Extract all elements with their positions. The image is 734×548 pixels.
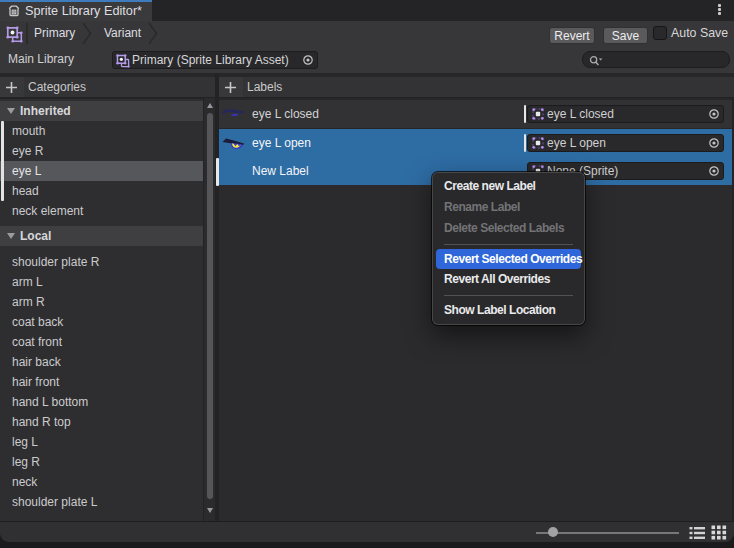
tab-title: Sprite Library Editor* bbox=[25, 2, 142, 21]
menu-separator bbox=[444, 295, 573, 296]
plus-icon[interactable] bbox=[5, 81, 18, 97]
sprite-icon bbox=[532, 108, 544, 123]
category-item-eye-l[interactable]: eye L bbox=[0, 161, 203, 181]
categories-scrollbar[interactable] bbox=[203, 98, 215, 521]
category-override-bar bbox=[1, 121, 4, 201]
thumbnail-size-slider-handle[interactable] bbox=[548, 527, 558, 537]
scroll-up-icon[interactable] bbox=[207, 103, 213, 108]
window-menu-button[interactable] bbox=[716, 4, 723, 17]
sprite-library-variant-icon bbox=[6, 26, 23, 46]
category-item-neck-element[interactable]: neck element bbox=[0, 201, 203, 221]
category-item-hair-front[interactable]: hair front bbox=[0, 372, 203, 392]
category-item-hand-l-bottom[interactable]: hand L bottom bbox=[0, 392, 203, 412]
category-item-neck[interactable]: neck bbox=[0, 472, 203, 492]
menu-item-rename-label: Rename Label bbox=[433, 197, 584, 218]
labels-header: Labels bbox=[247, 77, 282, 97]
sprite-icon bbox=[532, 137, 544, 152]
column-headers: Categories Labels bbox=[0, 77, 734, 97]
category-item-shoulder-plate-l[interactable]: shoulder plate L bbox=[0, 492, 203, 512]
menu-item-create-new-label[interactable]: Create new Label bbox=[433, 176, 584, 197]
main-library-row: Main Library Primary (Sprite Library Ass… bbox=[0, 46, 734, 73]
category-item-hair-back[interactable]: hair back bbox=[0, 352, 203, 372]
search-icon bbox=[589, 55, 604, 67]
category-item-arm-r[interactable]: arm R bbox=[0, 292, 203, 312]
revert-button[interactable]: Revert bbox=[549, 27, 595, 44]
object-picker-button[interactable] bbox=[706, 165, 721, 177]
object-picker-button[interactable] bbox=[706, 108, 721, 120]
new-label-override-bar bbox=[216, 158, 219, 186]
foldout-triangle-icon[interactable] bbox=[7, 233, 15, 239]
sprite-object-field[interactable]: eye L closed bbox=[527, 105, 724, 123]
breadcrumb-chevron-icon bbox=[148, 23, 158, 47]
label-row-eye-l-closed[interactable]: eye L closed eye L closed bbox=[219, 100, 732, 128]
breadcrumb-primary[interactable]: Primary bbox=[34, 21, 75, 46]
breadcrumb-chevron-icon bbox=[82, 23, 92, 47]
menu-item-revert-all-overrides[interactable]: Revert All Overrides bbox=[433, 269, 584, 290]
group-header-local[interactable]: Local bbox=[0, 226, 203, 246]
sprite-library-editor-window: Sprite Library Editor* Primary Varia bbox=[0, 0, 734, 542]
tab-strip: Sprite Library Editor* bbox=[0, 0, 734, 21]
toolbar: Primary Variant Revert Save Auto Save bbox=[0, 21, 734, 46]
category-item-head[interactable]: head bbox=[0, 181, 203, 201]
search-input[interactable] bbox=[605, 52, 723, 67]
category-item-leg-l[interactable]: leg L bbox=[0, 432, 203, 452]
categories-list: Inherited mouth eye R eye L head neck el… bbox=[0, 99, 203, 521]
eye-open-sprite-thumbnail bbox=[222, 134, 246, 155]
auto-save-label: Auto Save bbox=[671, 21, 728, 46]
footer-bar bbox=[0, 521, 734, 542]
eye-closed-sprite-thumbnail bbox=[222, 105, 244, 126]
override-bar bbox=[524, 134, 526, 152]
auto-save-checkbox[interactable] bbox=[653, 26, 667, 40]
category-item-shoulder-plate-r[interactable]: shoulder plate R bbox=[0, 252, 203, 272]
main-library-object-value: Primary (Sprite Library Asset) bbox=[132, 52, 289, 68]
category-item-coat-back[interactable]: coat back bbox=[0, 312, 203, 332]
override-bar bbox=[524, 105, 526, 123]
category-item-coat-front[interactable]: coat front bbox=[0, 332, 203, 352]
scroll-down-icon[interactable] bbox=[207, 508, 213, 513]
main-library-label: Main Library bbox=[8, 46, 74, 73]
object-picker-button[interactable] bbox=[706, 137, 721, 149]
breadcrumb-variant[interactable]: Variant bbox=[104, 21, 141, 46]
foldout-triangle-icon[interactable] bbox=[7, 108, 15, 114]
menu-item-revert-selected-overrides[interactable]: Revert Selected Overrides bbox=[436, 249, 581, 269]
search-field[interactable] bbox=[582, 51, 730, 68]
category-item-mouth[interactable]: mouth bbox=[0, 121, 203, 141]
menu-separator bbox=[444, 244, 573, 245]
tab-sprite-library-editor[interactable]: Sprite Library Editor* bbox=[0, 0, 152, 21]
plus-icon[interactable] bbox=[224, 81, 237, 97]
category-item-arm-l[interactable]: arm L bbox=[0, 272, 203, 292]
sprite-library-asset-icon bbox=[116, 54, 130, 71]
toolbar-separator bbox=[26, 23, 28, 44]
category-item-eye-r[interactable]: eye R bbox=[0, 141, 203, 161]
menu-item-show-label-location[interactable]: Show Label Location bbox=[433, 300, 584, 321]
label-row-eye-l-open[interactable]: eye L open eye L open bbox=[219, 129, 732, 157]
scrollbar-thumb[interactable] bbox=[207, 113, 213, 499]
menu-item-delete-selected-labels: Delete Selected Labels bbox=[433, 218, 584, 239]
object-picker-button[interactable] bbox=[300, 54, 315, 66]
category-item-leg-r[interactable]: leg R bbox=[0, 452, 203, 472]
main-library-object-field[interactable]: Primary (Sprite Library Asset) bbox=[112, 51, 318, 69]
save-button[interactable]: Save bbox=[603, 27, 648, 44]
category-item-hand-r-top[interactable]: hand R top bbox=[0, 412, 203, 432]
group-header-inherited[interactable]: Inherited bbox=[0, 101, 203, 121]
list-view-icon[interactable] bbox=[689, 526, 705, 542]
categories-header: Categories bbox=[28, 77, 86, 97]
sprite-object-field[interactable]: eye L open bbox=[527, 134, 724, 152]
sprite-library-editor-icon bbox=[7, 4, 21, 21]
grid-view-icon[interactable] bbox=[711, 525, 727, 542]
context-menu: Create new Label Rename Label Delete Sel… bbox=[432, 172, 585, 325]
